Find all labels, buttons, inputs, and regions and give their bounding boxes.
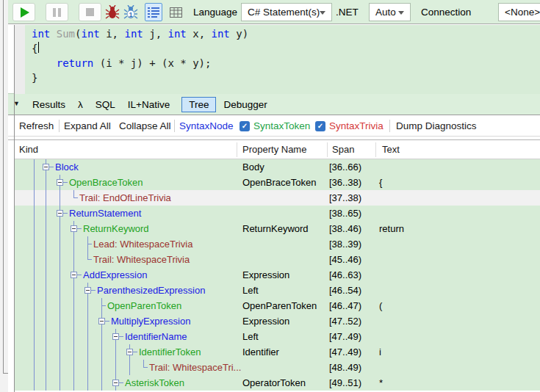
code-line[interactable]: { xyxy=(32,41,248,56)
tree-row-trail-whitespacetrivia[interactable]: Trail: WhitespaceTrivia[45..46) xyxy=(15,252,540,267)
column-separator[interactable] xyxy=(237,142,237,157)
span-cell: [38..39) xyxy=(329,236,361,252)
property-name-cell: OpenParenToken xyxy=(242,298,317,313)
syntaxtrivia-label[interactable]: SyntaxTrivia xyxy=(329,120,384,131)
syntaxtoken-label[interactable]: SyntaxToken xyxy=(253,120,310,131)
data-grid-results-button[interactable] xyxy=(167,3,184,21)
tree-row-lead-whitespacetrivia[interactable]: Lead: WhitespaceTrivia[38..39) xyxy=(15,236,540,252)
code-lines[interactable]: int Sum(int i, int j, int x, int y){ ret… xyxy=(32,26,248,85)
column-separator[interactable] xyxy=(375,142,376,157)
stop-button[interactable] xyxy=(79,3,101,21)
expand-all-button[interactable]: Expand All xyxy=(64,120,111,131)
rich-text-list-icon xyxy=(148,7,159,18)
tree-guide-line xyxy=(46,236,46,252)
tree-guide-line xyxy=(60,252,60,267)
code-editor[interactable]: int Sum(int i, int j, int x, int y){ ret… xyxy=(8,25,540,94)
rich-text-results-button[interactable] xyxy=(145,3,162,21)
tree-guide-line xyxy=(87,344,88,360)
tree-guide-line xyxy=(46,252,46,267)
tree-row-identifiertoken[interactable]: IdentifierTokenIdentifier[47..49)i xyxy=(15,344,540,360)
collapse-toggle-icon[interactable] xyxy=(57,179,63,186)
dotnet-select[interactable]: Auto xyxy=(369,3,411,21)
collapse-toggle-icon[interactable] xyxy=(57,210,63,217)
refresh-button[interactable]: Refresh xyxy=(19,120,54,131)
collapse-toggle-icon[interactable] xyxy=(112,380,119,386)
syntaxnode-label[interactable]: SyntaxNode xyxy=(179,120,234,131)
tree-row-returnkeyword[interactable]: ReturnKeywordReturnKeyword[38..46)return xyxy=(15,221,540,236)
tree-guide-line xyxy=(63,213,68,214)
tree-guide-line xyxy=(119,336,123,337)
tab-tree[interactable]: Tree xyxy=(181,97,216,112)
code-line[interactable]: int Sum(int i, int j, int x, int y) xyxy=(32,26,248,41)
tree-row-block[interactable]: BlockBody[36..66) xyxy=(15,159,540,175)
collapse-toggle-icon[interactable] xyxy=(112,333,119,340)
collapse-toggle-icon[interactable] xyxy=(84,287,91,294)
tree-row-asterisktoken[interactable]: AsteriskTokenOperatorToken[49..51)* xyxy=(15,375,540,391)
tab-sql[interactable]: SQL xyxy=(95,97,116,112)
tree-guide-line xyxy=(73,329,74,344)
tree-guide-line xyxy=(46,283,46,298)
span-cell: [46..54) xyxy=(329,283,361,298)
property-name-cell: Left xyxy=(242,283,259,298)
code-line[interactable]: } xyxy=(32,70,248,85)
debug-button[interactable] xyxy=(104,4,120,21)
collapse-toggle-icon[interactable] xyxy=(71,272,77,278)
column-header-text[interactable]: Text xyxy=(382,144,400,155)
connection-value: <None> xyxy=(505,7,540,18)
collapse-toggle-icon[interactable] xyxy=(126,349,133,355)
collapse-toggle-icon[interactable] xyxy=(43,164,49,170)
tree-guide-line xyxy=(60,267,60,283)
tree-guide-line xyxy=(34,329,35,344)
tree-guide-line xyxy=(46,329,46,344)
run-button[interactable] xyxy=(12,3,35,21)
tab--[interactable]: λ xyxy=(77,97,84,112)
code-token: return xyxy=(57,57,94,69)
tree-row-parenthesizedexpression[interactable]: ParenthesizedExpressionLeft[46..54) xyxy=(15,283,540,298)
connection-select[interactable]: <None> xyxy=(498,3,540,21)
syntaxtrivia-checkbox[interactable]: ✓ xyxy=(315,121,325,131)
tree-row-identifiername[interactable]: IdentifierNameLeft[47..49) xyxy=(15,329,540,344)
tab-results[interactable]: Results xyxy=(32,97,66,112)
code-token: { xyxy=(32,43,37,54)
tree-guide-line xyxy=(73,344,74,360)
dump-diagnostics-button[interactable]: Dump Diagnostics xyxy=(396,120,477,131)
column-header-span[interactable]: Span xyxy=(332,144,354,155)
collapse-toggle-icon[interactable] xyxy=(71,225,77,232)
collapse-toggle-icon[interactable] xyxy=(98,318,105,324)
syntaxtoken-checkbox[interactable]: ✓ xyxy=(240,121,250,131)
kind-cell: Trail: EndOfLineTrivia xyxy=(79,190,171,206)
tab-il-native[interactable]: IL+Native xyxy=(127,97,170,112)
tree-guide-line xyxy=(60,298,60,313)
debug-single-thread-button[interactable]: 1 xyxy=(123,4,139,21)
tree-guide-line xyxy=(34,375,35,391)
tab-debugger[interactable]: Debugger xyxy=(223,97,267,112)
tree-row-openparentoken[interactable]: OpenParenTokenOpenParenToken[46..47)( xyxy=(15,298,540,313)
column-header-property-name[interactable]: Property Name xyxy=(242,144,306,155)
tree-row-addexpression[interactable]: AddExpressionExpression[46..63) xyxy=(15,267,540,283)
tree-row-openbracetoken[interactable]: OpenBraceTokenOpenBraceToken[36..38){ xyxy=(15,175,540,190)
column-separator[interactable] xyxy=(327,142,328,157)
code-line[interactable]: return (i * j) + (x * y); xyxy=(32,56,248,70)
span-cell: [48..49) xyxy=(329,360,361,375)
kind-cell: ReturnKeyword xyxy=(83,221,149,236)
code-token: int xyxy=(124,28,143,40)
tree-guide-line xyxy=(133,352,137,352)
code-token: int xyxy=(168,28,187,40)
kind-cell: IdentifierName xyxy=(125,329,187,344)
tree-row-returnstatement[interactable]: ReturnStatement[38..65) xyxy=(15,206,540,221)
tree-row-multiplyexpression[interactable]: MultiplyExpressionExpression[47..52) xyxy=(15,313,540,329)
pause-button[interactable] xyxy=(46,3,68,21)
collapse-all-button[interactable]: Collapse All xyxy=(119,120,171,131)
tree-guide-line xyxy=(87,329,88,344)
tree-row-trail-endoflinetrivia[interactable]: Trail: EndOfLineTrivia[37..38) xyxy=(15,190,540,206)
span-cell: [37..38) xyxy=(329,190,361,206)
language-select[interactable]: C# Statement(s) xyxy=(241,3,332,21)
kind-cell: MultiplyExpression xyxy=(111,313,190,329)
tree-guide-line xyxy=(34,190,35,206)
text-cell: return xyxy=(379,221,404,236)
tree-row-trail-whitespacetri-[interactable]: Trail: WhitespaceTri...[48..49) xyxy=(15,360,540,375)
column-header-kind[interactable]: Kind xyxy=(19,144,38,155)
tree-guide-line xyxy=(34,313,35,329)
tree-guide-line xyxy=(34,159,35,175)
code-token: Sum xyxy=(57,28,75,40)
